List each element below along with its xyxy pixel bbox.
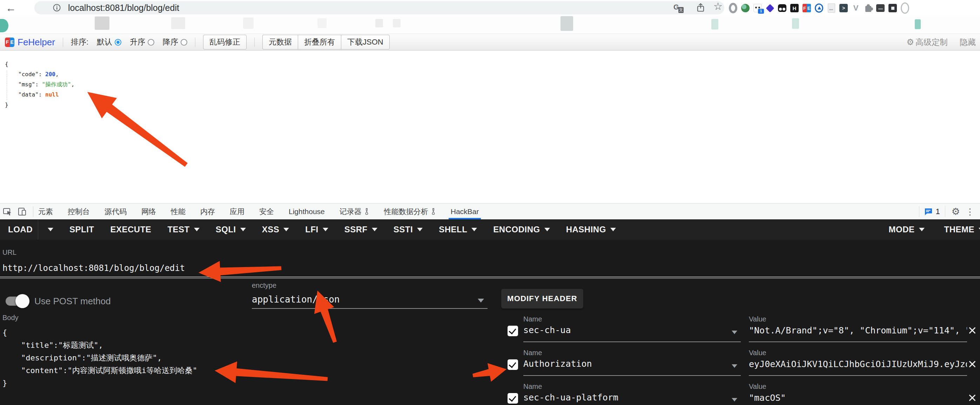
header-name-label: Name (523, 383, 542, 391)
bookmark-star-icon[interactable]: ☆ (713, 0, 722, 12)
remove-header-icon[interactable] (967, 393, 977, 403)
collapse-all-button[interactable]: 折叠所有 (298, 35, 341, 49)
share-icon[interactable] (696, 3, 705, 13)
tab-performance[interactable]: 性能 (171, 204, 186, 219)
menu-xss[interactable]: XSS (262, 225, 290, 234)
drop-extension-icon[interactable] (815, 4, 823, 12)
header-value-value[interactable]: "Not.A/Brand";v="8", "Chromium";v="114",… (749, 325, 967, 335)
binoculars-extension-icon[interactable] (778, 4, 786, 12)
chevron-down-icon[interactable] (48, 228, 53, 231)
flask-icon (431, 208, 436, 215)
header-name-dropdown-caret-icon[interactable] (732, 364, 737, 368)
back-button[interactable]: ← (6, 0, 16, 16)
radio-icon[interactable] (148, 39, 154, 46)
dark-extension-icon-2[interactable] (888, 4, 897, 12)
radio-selected-icon[interactable] (115, 39, 121, 46)
url-text[interactable]: localhost:8081/blog/blog/edit (68, 1, 179, 14)
menu-execute[interactable]: EXECUTE (110, 225, 151, 234)
page-info-icon[interactable] (52, 3, 61, 12)
menu-ssrf[interactable]: SSRF (344, 225, 377, 234)
ghost-tab-artifact (317, 18, 326, 28)
fehelper-toolbar: FE FeHelper 排序: 默认 升序 降序 乱码修正 元数据 折叠所有 下… (0, 34, 980, 51)
menu-mode[interactable]: MODE (889, 225, 924, 234)
header-checkbox[interactable] (508, 326, 518, 336)
header-name-dropdown-caret-icon[interactable] (732, 398, 737, 402)
diamond-extension-icon[interactable] (766, 4, 774, 12)
ring-extension-icon[interactable] (729, 4, 737, 12)
h-extension-icon[interactable]: H (790, 4, 799, 12)
download-json-button[interactable]: 下载JSON (341, 35, 390, 49)
menu-shell[interactable]: SHELL (439, 225, 477, 234)
inspect-element-icon[interactable] (3, 207, 12, 216)
menu-load[interactable]: LOAD (8, 219, 53, 240)
menu-split[interactable]: SPLIT (70, 225, 94, 234)
header-checkbox[interactable] (508, 359, 518, 370)
header-value-value[interactable]: eyJ0eXAiOiJKV1QiLCJhbGciOiJIUzUxMiJ9.eyJ… (749, 359, 967, 369)
url-field-value[interactable]: http://localhost:8081/blog/blog/edit (2, 263, 185, 273)
header-checkbox[interactable] (508, 393, 518, 403)
tab-hackbar[interactable]: HackBar (451, 204, 479, 219)
header-name-value[interactable]: Authorization (523, 359, 592, 369)
tab-elements[interactable]: 元素 (38, 204, 53, 219)
tab-lighthouse[interactable]: Lighthouse (289, 204, 325, 219)
remove-header-icon[interactable] (967, 359, 977, 369)
devtools-settings-gear-icon[interactable]: ⚙ (951, 206, 960, 217)
enctype-select-value[interactable]: application/json (252, 294, 339, 305)
tab-console[interactable]: 控制台 (68, 204, 90, 219)
sort-option-default[interactable]: 默认 (97, 37, 121, 47)
device-toolbar-icon[interactable] (18, 207, 27, 216)
radio-icon[interactable] (181, 39, 187, 46)
issues-button[interactable]: 1 (919, 206, 945, 217)
modify-header-button[interactable]: MODIFY HEADER (501, 289, 583, 308)
menu-encoding[interactable]: ENCODING (493, 225, 550, 234)
advanced-custom-button[interactable]: ⚙高级定制 (906, 37, 948, 48)
dark-extension-icon-1[interactable] (876, 4, 885, 12)
header-name-dropdown-caret-icon[interactable] (732, 331, 737, 334)
remove-header-icon[interactable] (967, 326, 977, 335)
metadata-button[interactable]: 元数据 (262, 35, 298, 49)
header-name-value[interactable]: sec-ch-ua-platform (523, 392, 618, 403)
json-action-buttons: 元数据 折叠所有 下载JSON (262, 35, 390, 49)
enctype-label: enctype (252, 281, 277, 290)
message-bubble-icon (924, 208, 933, 215)
globe-extension-icon[interactable] (741, 4, 749, 12)
menu-lfi[interactable]: LFI (305, 225, 328, 234)
menu-hashing[interactable]: HASHING (566, 225, 616, 234)
address-bar[interactable]: localhost:8081/blog/blog/edit G 文 ☆ (34, 1, 724, 14)
code-extension-icon[interactable]: > (839, 4, 848, 12)
tab-memory[interactable]: 内存 (200, 204, 215, 219)
translate-icon[interactable]: G 文 (673, 3, 682, 12)
menu-sqli[interactable]: SQLI (216, 225, 246, 234)
enctype-dropdown-caret-icon[interactable] (478, 299, 484, 303)
fix-encoding-button[interactable]: 乱码修正 (203, 35, 247, 49)
fehelper-extension-icon[interactable]: FE (802, 4, 811, 12)
sort-option-asc[interactable]: 升序 (130, 37, 154, 47)
tab-application[interactable]: 应用 (230, 204, 245, 219)
post-method-toggle-thumb[interactable] (16, 294, 29, 308)
header-name-value[interactable]: sec-ch-ua (523, 325, 571, 335)
tab-security[interactable]: 安全 (259, 204, 274, 219)
fehelper-brand: FeHelper (18, 37, 55, 48)
browser-toolbar: ← → localhost:8081/blog/blog/edit G 文 ☆ … (0, 0, 980, 16)
profile-avatar[interactable] (901, 4, 909, 12)
chevron-down-icon (283, 228, 289, 231)
menu-test[interactable]: TEST (167, 225, 199, 234)
tab-network[interactable]: 网络 (142, 204, 156, 219)
tab-recorder[interactable]: 记录器 (339, 204, 369, 219)
header-value-value[interactable]: "macOS" (749, 393, 967, 403)
extensions-row: 1 H FE > V (729, 0, 909, 16)
tab-performance-insights[interactable]: 性能数据分析 (384, 204, 436, 219)
hide-button[interactable]: 隐藏 (960, 37, 976, 48)
document-extension-icon[interactable] (827, 4, 835, 12)
header-value-label: Value (749, 383, 767, 391)
menu-ssti[interactable]: SSTI (393, 225, 423, 234)
teal-logo-fragment (0, 19, 8, 32)
v-extension-icon[interactable]: V (852, 4, 860, 12)
chevron-down-icon (471, 228, 477, 231)
tab-sources[interactable]: 源代码 (105, 204, 127, 219)
menu-theme[interactable]: THEME (944, 225, 980, 234)
puzzle-extensions-icon[interactable] (864, 4, 872, 12)
devtools-kebab-menu-icon[interactable]: ⋮ (966, 207, 974, 217)
sort-option-desc[interactable]: 降序 (163, 37, 187, 47)
panda-extension-icon[interactable]: 1 (753, 4, 762, 12)
